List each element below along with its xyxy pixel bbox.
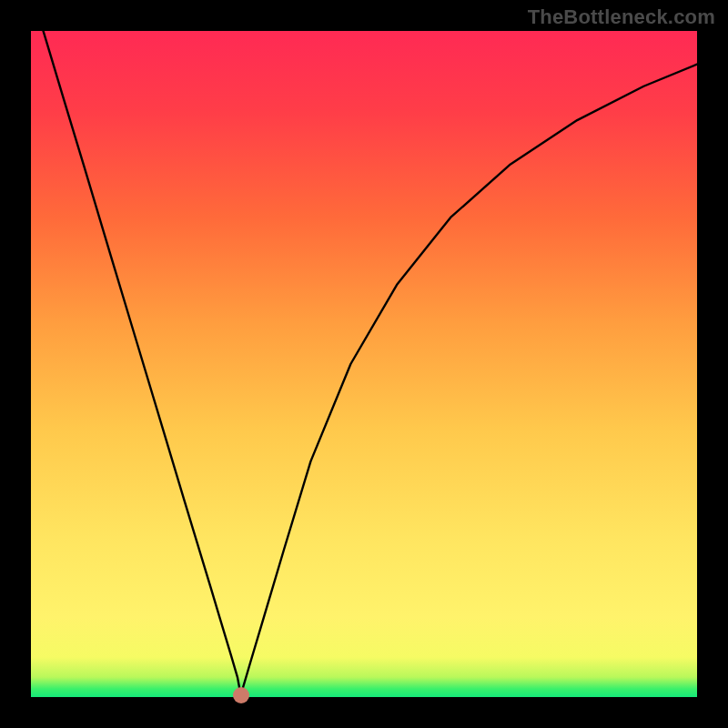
chart-frame: TheBottleneck.com	[0, 0, 728, 728]
bottleneck-curve-path	[31, 0, 697, 695]
branding-watermark: TheBottleneck.com	[528, 5, 715, 29]
plot-area	[31, 31, 697, 697]
optimal-point-marker	[233, 687, 249, 703]
curve-svg	[31, 31, 697, 697]
